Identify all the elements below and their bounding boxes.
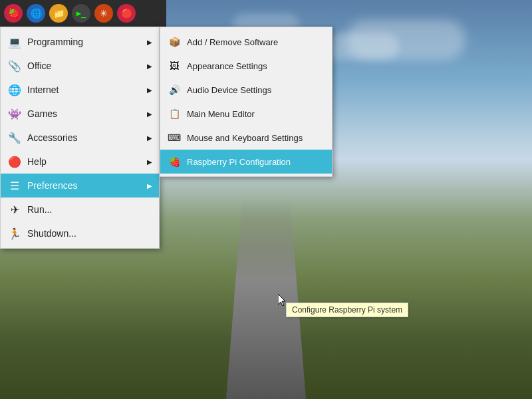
taskbar-globe-icon[interactable]: 🌐 — [27, 4, 45, 23]
submenu-label-mouse-keyboard-settings: Mouse and Keyboard Settings — [187, 133, 303, 143]
submenu-item-main-menu-editor[interactable]: 📋 Main Menu Editor — [160, 102, 332, 126]
menu-item-programming[interactable]: 💻 Programming ▶ — [1, 30, 159, 54]
help-icon: 🔴 — [7, 154, 22, 169]
appearance-settings-icon: 🖼 — [167, 59, 182, 73]
menu-label-shutdown: Shutdown... — [27, 228, 152, 239]
menu-item-help[interactable]: 🔴 Help ▶ — [1, 150, 159, 174]
road-visual — [226, 200, 306, 399]
programming-icon: 💻 — [7, 35, 22, 49]
taskbar-help-icon[interactable]: 🔴 — [117, 4, 136, 23]
menu-item-internet[interactable]: 🌐 Internet ▶ — [1, 78, 159, 102]
menu-label-accessories: Accessories — [27, 132, 147, 143]
raspberry-pi-configuration-icon: 🍓 — [167, 154, 182, 169]
arrow-accessories: ▶ — [147, 134, 152, 142]
submenu-item-raspberry-pi-configuration[interactable]: 🍓 Raspberry Pi Configuration — [160, 150, 332, 174]
taskbar-folder-icon[interactable]: 📁 — [49, 4, 68, 23]
arrow-office: ▶ — [147, 63, 152, 70]
main-menu: 💻 Programming ▶ 📎 Office ▶ 🌐 Internet ▶ … — [0, 27, 160, 249]
preferences-icon: ☰ — [7, 178, 22, 193]
arrow-games: ▶ — [147, 110, 152, 118]
menu-label-office: Office — [27, 61, 147, 71]
taskbar-terminal-icon[interactable]: ▶_ — [72, 4, 90, 23]
office-icon: 📎 — [7, 59, 22, 73]
menu-label-help: Help — [27, 156, 147, 167]
run-icon: ✈ — [7, 202, 22, 217]
tooltip: Configure Raspberry Pi system — [286, 303, 408, 317]
menu-item-office[interactable]: 📎 Office ▶ — [1, 54, 159, 78]
main-menu-editor-icon: 📋 — [167, 106, 182, 121]
preferences-submenu: 📦 Add / Remove Software 🖼 Appearance Set… — [160, 27, 332, 177]
tooltip-text: Configure Raspberry Pi system — [292, 305, 402, 315]
taskbar: 🍓 🌐 📁 ▶_ ✳ 🔴 — [0, 0, 166, 27]
submenu-label-add-remove-software: Add / Remove Software — [187, 37, 278, 47]
submenu-label-raspberry-pi-configuration: Raspberry Pi Configuration — [187, 157, 291, 167]
arrow-programming: ▶ — [147, 39, 152, 46]
menu-item-run[interactable]: ✈ Run... — [1, 198, 159, 221]
games-icon: 👾 — [7, 106, 22, 121]
menu-label-internet: Internet — [27, 84, 147, 95]
menu-item-games[interactable]: 👾 Games ▶ — [1, 102, 159, 126]
menu-item-preferences[interactable]: ☰ Preferences ▶ — [1, 174, 159, 198]
internet-icon: 🌐 — [7, 82, 22, 97]
menu-label-run: Run... — [27, 204, 152, 215]
menu-label-preferences: Preferences — [27, 180, 147, 191]
accessories-icon: 🔧 — [7, 130, 22, 145]
submenu-item-audio-device-settings[interactable]: 🔊 Audio Device Settings — [160, 78, 332, 102]
taskbar-asterisk-icon[interactable]: ✳ — [94, 4, 113, 23]
menu-label-games: Games — [27, 108, 147, 119]
submenu-item-mouse-keyboard-settings[interactable]: ⌨ Mouse and Keyboard Settings — [160, 126, 332, 150]
desktop: 🍓 🌐 📁 ▶_ ✳ 🔴 💻 Programming ▶ 📎 Office ▶ … — [0, 0, 532, 399]
submenu-item-add-remove-software[interactable]: 📦 Add / Remove Software — [160, 30, 332, 54]
submenu-label-appearance-settings: Appearance Settings — [187, 61, 267, 71]
arrow-help: ▶ — [147, 158, 152, 166]
submenu-label-audio-device-settings: Audio Device Settings — [187, 85, 271, 95]
arrow-internet: ▶ — [147, 86, 152, 94]
menu-label-programming: Programming — [27, 37, 147, 47]
menu-item-shutdown[interactable]: 🏃 Shutdown... — [1, 221, 159, 245]
audio-device-settings-icon: 🔊 — [167, 82, 182, 97]
submenu-item-appearance-settings[interactable]: 🖼 Appearance Settings — [160, 54, 332, 78]
mouse-keyboard-settings-icon: ⌨ — [167, 130, 182, 145]
shutdown-icon: 🏃 — [7, 226, 22, 241]
taskbar-raspberry-icon[interactable]: 🍓 — [4, 4, 23, 23]
arrow-preferences: ▶ — [147, 182, 152, 190]
menu-item-accessories[interactable]: 🔧 Accessories ▶ — [1, 126, 159, 150]
add-remove-software-icon: 📦 — [167, 35, 182, 49]
submenu-label-main-menu-editor: Main Menu Editor — [187, 109, 255, 119]
